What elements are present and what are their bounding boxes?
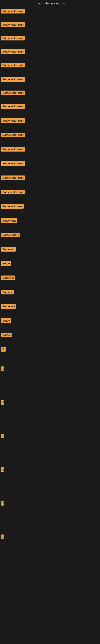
bottleneck-badge[interactable]: B xyxy=(1,467,4,472)
bottleneck-badge[interactable]: Bottlenec xyxy=(1,333,12,337)
bottleneck-badge[interactable]: B xyxy=(1,534,4,539)
bottleneck-item-15: Bottleneck resu xyxy=(1,204,99,210)
bottleneck-badge[interactable]: Bottlenec xyxy=(1,276,15,280)
site-header: TheBottlenecker.com xyxy=(0,0,100,7)
bottleneck-item-26: B xyxy=(1,366,99,372)
bottleneck-item-17: Bottleneck re xyxy=(1,232,99,238)
bottleneck-badge[interactable]: Bottleneck result xyxy=(1,147,25,152)
bottleneck-badge[interactable]: B xyxy=(1,501,4,506)
bottleneck-badge[interactable]: Bottleneck xyxy=(1,218,17,223)
bottleneck-item-27: B xyxy=(1,400,99,406)
bottleneck-item-2: Bottleneck result xyxy=(1,22,99,28)
bottleneck-item-3: Bottleneck result xyxy=(1,36,99,42)
bottleneck-item-12: Bottleneck result xyxy=(1,161,99,167)
bottleneck-item-14: Bottleneck result xyxy=(1,190,99,196)
bottleneck-item-4: Bottleneck result xyxy=(1,49,99,55)
bottleneck-badge[interactable]: Bottle xyxy=(1,318,11,323)
bottleneck-badge[interactable]: Bottleneck result xyxy=(1,77,25,82)
bottleneck-item-31: B xyxy=(1,534,99,540)
bottleneck-badge[interactable]: Bottleneck result xyxy=(1,161,25,166)
bottleneck-item-30: B xyxy=(1,500,99,507)
bottleneck-badge[interactable]: Bottleneck result xyxy=(1,190,25,194)
bottleneck-badge[interactable]: Bottlenec xyxy=(1,247,16,252)
bottleneck-badge[interactable]: Bottleneck result xyxy=(1,36,25,40)
bottleneck-badge[interactable]: Bottleneck result xyxy=(1,49,25,54)
bottleneck-list: Bottleneck resultBottleneck resultBottle… xyxy=(0,7,100,543)
bottleneck-badge[interactable]: Bottleneck result xyxy=(1,22,25,27)
bottleneck-badge[interactable]: Bottle xyxy=(1,261,11,266)
bottleneck-badge[interactable]: B xyxy=(1,366,4,371)
bottleneck-badge[interactable]: B xyxy=(1,347,6,352)
bottleneck-badge[interactable]: Bottleneck resu xyxy=(1,204,24,209)
bottleneck-item-19: Bottle xyxy=(1,261,99,267)
bottleneck-badge[interactable]: Bottleneck result xyxy=(1,63,25,68)
bottleneck-badge[interactable]: Bottleneck re xyxy=(1,233,20,237)
bottleneck-badge[interactable]: Bottleneck result xyxy=(1,118,25,123)
bottleneck-item-28: B xyxy=(1,433,99,440)
bottleneck-badge[interactable]: Bottleneck result xyxy=(1,132,25,137)
bottleneck-item-21: Bottlene xyxy=(1,290,99,296)
site-title: TheBottlenecker.com xyxy=(0,0,100,7)
bottleneck-item-8: Bottleneck result xyxy=(1,104,99,110)
bottleneck-item-6: Bottleneck result xyxy=(1,77,99,83)
bottleneck-item-7: Bottleneck result xyxy=(1,90,99,96)
bottleneck-item-24: Bottlenec xyxy=(1,332,99,338)
bottleneck-item-25: B xyxy=(1,346,99,353)
bottleneck-item-29: B xyxy=(1,467,99,473)
bottleneck-item-18: Bottlenec xyxy=(1,246,99,253)
bottleneck-item-5: Bottleneck result xyxy=(1,62,99,69)
bottleneck-badge[interactable]: Bottleneck result xyxy=(1,9,25,14)
bottleneck-badge[interactable]: Bottleneck xyxy=(1,304,16,309)
bottleneck-badge[interactable]: Bottleneck result xyxy=(1,90,25,95)
bottleneck-item-11: Bottleneck result xyxy=(1,146,99,153)
bottleneck-item-23: Bottle xyxy=(1,318,99,324)
bottleneck-badge[interactable]: Bottlene xyxy=(1,290,14,294)
bottleneck-item-13: Bottleneck result xyxy=(1,175,99,181)
bottleneck-item-1: Bottleneck result xyxy=(1,8,99,15)
bottleneck-badge[interactable]: Bottleneck result xyxy=(1,104,25,109)
bottleneck-item-22: Bottleneck xyxy=(1,304,99,310)
bottleneck-item-20: Bottlenec xyxy=(1,275,99,281)
bottleneck-badge[interactable]: B xyxy=(1,434,4,438)
bottleneck-item-9: Bottleneck result xyxy=(1,118,99,124)
bottleneck-badge[interactable]: B xyxy=(1,400,4,405)
bottleneck-item-10: Bottleneck result xyxy=(1,132,99,138)
bottleneck-item-16: Bottleneck xyxy=(1,218,99,224)
bottleneck-badge[interactable]: Bottleneck result xyxy=(1,176,25,180)
